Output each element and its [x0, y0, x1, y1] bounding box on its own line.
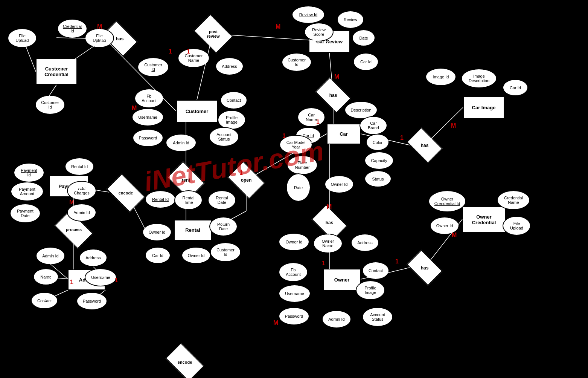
attr-label: Admin Id [73, 210, 90, 215]
attr-label: ProfileImage [226, 115, 238, 124]
cardinality-1b: 1 [187, 48, 190, 55]
attr-label: Username [285, 291, 304, 296]
attr-label: PaymentAmount [19, 187, 35, 196]
attr-car-id-r: Car Id [353, 53, 379, 71]
attr-payment-date: PaymentDate [10, 204, 41, 223]
attr-label: Owner Id [331, 182, 348, 187]
attr-return-date: ReturnDate [209, 217, 238, 236]
attr-label: AccountStatus [216, 132, 232, 141]
attr-label: Car Id [360, 60, 372, 64]
cardinality-1d: 1 [400, 135, 404, 141]
relationship-encode1: encode [109, 182, 142, 204]
attr-rental-time: RentalTime [174, 190, 203, 210]
attr-label: Password [285, 314, 303, 318]
relationship-post-review: postreview [197, 22, 229, 46]
attr-password-a: Password [76, 292, 107, 310]
relationship-process: process [57, 219, 90, 240]
attr-label: PlateNumber [295, 161, 309, 170]
attr-label: Address [85, 256, 101, 260]
attr-label: Contact [369, 268, 383, 273]
attr-label: Password [83, 299, 101, 303]
attr-customer-id-cc: CustomerId [35, 95, 65, 115]
attr-label: Name [40, 275, 51, 279]
cardinality-m4: M [334, 73, 339, 80]
cardinality-1i: 1 [70, 279, 73, 286]
attr-payment-id: PaymentId [14, 163, 44, 182]
entity-label: Customer [186, 109, 209, 114]
attr-label: AddCharges [74, 186, 90, 195]
attr-fb-account-o: FbAccount [279, 262, 308, 282]
attr-cred-name: CredentialName [497, 190, 530, 210]
attr-admin-id-pay: Admin Id [67, 204, 96, 222]
attr-review: Review [337, 11, 364, 29]
attr-plate-number: PlateNumber [287, 155, 318, 175]
cardinality-m3: M [132, 105, 137, 112]
attr-label: Rental Id [152, 197, 169, 202]
attr-label: RentalTime [183, 196, 195, 205]
attr-label: FileUpload [16, 34, 29, 43]
attr-label: Color [373, 140, 382, 145]
cardinality-1h: 1 [395, 258, 399, 265]
attr-rental-date: RentalDate [208, 190, 236, 210]
attr-label: ImageDescription [469, 74, 489, 83]
attr-payment-amount: PaymentAmount [11, 182, 44, 201]
attr-customer-id-r: CustomerId [282, 53, 312, 72]
attr-label: Username [138, 115, 157, 119]
cardinality-m6: M [327, 204, 332, 210]
cardinality-1f: 1 [282, 133, 286, 139]
relationship-open: open [231, 169, 262, 191]
entity-car: Car [327, 124, 361, 144]
cardinality-m5: M [451, 122, 456, 129]
attr-file-upload2: FileUpload [85, 28, 114, 48]
cardinality-1j: 1 [115, 277, 118, 284]
attr-label: Admin Id [173, 141, 189, 145]
entity-label: Owner [334, 277, 349, 283]
attr-owner-cred-id: OwnerCrendential Id [428, 190, 466, 212]
attr-date-r: Date [352, 29, 375, 46]
attr-label: Car Id [152, 253, 163, 258]
attr-customer-id: CustomerId [137, 57, 169, 77]
attr-rental-id-pay: Rental Id [65, 158, 94, 176]
attr-review-id: Review Id [292, 6, 325, 24]
attr-label: CarName [306, 113, 317, 122]
entity-owner: Owner [323, 269, 361, 291]
cardinality-1a: 1 [169, 48, 172, 55]
attr-label: Username [91, 275, 110, 280]
attr-label: Review Id [299, 12, 317, 17]
attr-address-o: Address [351, 234, 379, 252]
relationship-has4: has [314, 212, 344, 233]
attr-contact-a: Contact [31, 292, 58, 309]
attr-customer-name: CustomerName [178, 48, 210, 68]
attr-label: FbAccount [142, 94, 157, 103]
attr-car-id-ci: Car Id [503, 79, 528, 96]
cardinality-m8: M [452, 232, 457, 239]
attr-label: ReturnDate [217, 222, 230, 231]
entity-label: Car Image [472, 105, 496, 110]
entity-label: Rental [185, 227, 200, 233]
attr-file-upload1: FileUpload [8, 28, 37, 48]
attr-label: Car Id [510, 86, 521, 90]
attr-label: FileUpload [510, 221, 523, 230]
entity-customer-credential: CustomerCredential [36, 58, 77, 85]
attr-label: CarBrand [368, 121, 379, 130]
attr-contact-c: Contact [220, 91, 247, 109]
attr-label: PaymentDate [17, 209, 33, 218]
attr-address-c: Address [215, 57, 244, 75]
attr-account-status-c: AccountStatus [209, 127, 239, 147]
attr-label: Capacity [371, 158, 387, 163]
attr-car-id-rental: Car Id [145, 247, 171, 264]
attr-name-a: Name [33, 268, 59, 285]
cardinality-m1: M [97, 23, 102, 30]
cardinality-1e: 1 [239, 170, 243, 176]
attr-admin-id-c: Admin Id [166, 134, 197, 152]
attr-image-id: Image Id [425, 68, 456, 86]
attr-label: Review [344, 17, 357, 22]
attr-label: CredentialName [504, 196, 523, 205]
entity-label: CustomerCredential [44, 66, 69, 77]
attr-fb-account-c: FbAccount [134, 89, 164, 108]
attr-label: Description [350, 108, 371, 112]
entity-label: Car [340, 131, 348, 137]
attr-label: Date [359, 36, 368, 40]
cardinality-m9: M [69, 199, 74, 206]
attr-label: Car ModelYear [286, 140, 306, 149]
